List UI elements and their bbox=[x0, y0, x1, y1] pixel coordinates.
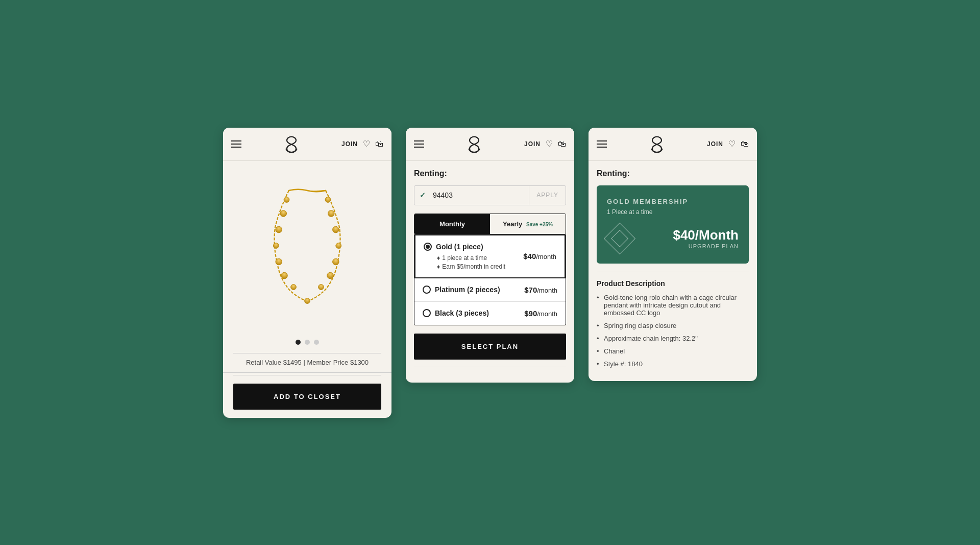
brand-logo[interactable] bbox=[282, 135, 301, 153]
cart-icon-2[interactable]: 🛍 bbox=[558, 139, 566, 149]
hamburger-icon-3[interactable] bbox=[597, 140, 607, 148]
nav-right-3: JOIN ♡ 🛍 bbox=[707, 139, 749, 149]
wishlist-icon-3[interactable]: ♡ bbox=[728, 139, 736, 149]
nav-2: JOIN ♡ 🛍 bbox=[406, 128, 574, 161]
membership-price: $40/Month bbox=[673, 227, 739, 243]
add-to-closet-button[interactable]: ADD TO CLOSET bbox=[233, 384, 381, 410]
plan-platinum-radio-row: Platinum (2 pieces) bbox=[423, 286, 500, 294]
necklace-illustration bbox=[261, 179, 353, 322]
renting-label-2: Renting: bbox=[414, 169, 566, 178]
membership-title: GOLD MEMBERSHIP bbox=[607, 198, 739, 205]
hamburger-icon-2[interactable] bbox=[414, 140, 424, 148]
plan-black-radio-row: Black (3 pieces) bbox=[423, 309, 489, 317]
product-desc-item-2: Spring ring clasp closure bbox=[597, 322, 749, 329]
diamond-bullet: ♦ bbox=[437, 254, 440, 262]
nav-center-3 bbox=[648, 135, 666, 153]
nav-right-2: JOIN ♡ 🛍 bbox=[524, 139, 566, 149]
product-description-list: Gold-tone long rolo chain with a cage ci… bbox=[597, 294, 749, 368]
join-link[interactable]: JOIN bbox=[341, 140, 358, 148]
plan-gold-price: $40/month bbox=[523, 252, 556, 260]
membership-card: GOLD MEMBERSHIP 1 Piece at a time $40/Mo… bbox=[597, 185, 749, 264]
brand-logo-2[interactable] bbox=[465, 135, 483, 153]
hamburger-icon[interactable] bbox=[231, 140, 241, 148]
plan-platinum-info: Platinum (2 pieces) bbox=[423, 286, 500, 294]
svg-point-3 bbox=[273, 243, 279, 248]
plan-platinum[interactable]: Platinum (2 pieces) $70/month bbox=[414, 278, 566, 302]
nav-center-1 bbox=[282, 135, 301, 153]
svg-point-8 bbox=[328, 210, 335, 217]
dot-2[interactable] bbox=[305, 340, 310, 345]
membership-subtitle: 1 Piece at a time bbox=[607, 208, 739, 216]
radio-black[interactable] bbox=[423, 309, 431, 317]
plan-gold[interactable]: Gold (1 piece) ♦ 1 piece at a time ♦ Ear… bbox=[414, 234, 566, 278]
cart-icon-3[interactable]: 🛍 bbox=[741, 139, 749, 149]
plan-black-info: Black (3 pieces) bbox=[423, 309, 489, 317]
phone1-body: Retail Value $1495 | Member Price $1300 … bbox=[223, 161, 391, 410]
svg-point-0 bbox=[284, 197, 289, 202]
svg-point-11 bbox=[333, 258, 339, 265]
phones-container: JOIN ♡ 🛍 bbox=[203, 107, 777, 438]
dot-1[interactable] bbox=[296, 340, 301, 345]
cart-icon[interactable]: 🛍 bbox=[375, 139, 383, 149]
svg-point-10 bbox=[336, 243, 341, 248]
plan-gold-features: ♦ 1 piece at a time ♦ Earn $5/month in c… bbox=[424, 253, 505, 270]
wishlist-icon[interactable]: ♡ bbox=[363, 139, 370, 149]
svg-point-7 bbox=[325, 197, 331, 202]
tab-yearly[interactable]: Yearly Save +25% bbox=[490, 214, 566, 234]
diamond-container bbox=[607, 226, 632, 251]
plan-gold-info: Gold (1 piece) ♦ 1 piece at a time ♦ Ear… bbox=[424, 243, 505, 270]
plan-gold-feature-2: ♦ Earn $5/month in credit bbox=[437, 263, 505, 270]
select-plan-button[interactable]: SELECT PLAN bbox=[414, 334, 566, 360]
nav-center-2 bbox=[465, 135, 483, 153]
nav-right-1: JOIN ♡ 🛍 bbox=[341, 139, 383, 149]
plan-gold-name: Gold (1 piece) bbox=[436, 243, 483, 251]
price-info: Retail Value $1495 | Member Price $1300 bbox=[223, 353, 391, 373]
nav-left-3 bbox=[597, 140, 607, 148]
plans-list: Gold (1 piece) ♦ 1 piece at a time ♦ Ear… bbox=[414, 234, 566, 325]
plan-black-name: Black (3 pieces) bbox=[435, 309, 489, 317]
membership-price-row: $40/Month UPGRADE PLAN bbox=[607, 226, 739, 251]
radio-gold[interactable] bbox=[424, 243, 432, 251]
diamond-bullet-2: ♦ bbox=[437, 263, 440, 270]
dot-3[interactable] bbox=[314, 340, 319, 345]
svg-point-4 bbox=[276, 258, 282, 265]
phone2-body: Renting: ✓ APPLY Monthly Yearly Save +25… bbox=[406, 161, 574, 383]
radio-platinum[interactable] bbox=[423, 286, 431, 294]
zip-check-icon: ✓ bbox=[414, 186, 431, 205]
necklace-image-area bbox=[223, 161, 391, 335]
phone-1: JOIN ♡ 🛍 bbox=[223, 128, 391, 418]
wishlist-icon-2[interactable]: ♡ bbox=[546, 139, 553, 149]
zip-row: ✓ APPLY bbox=[414, 185, 566, 205]
upgrade-plan-link[interactable]: UPGRADE PLAN bbox=[673, 243, 739, 249]
svg-point-5 bbox=[281, 272, 288, 279]
product-desc-item-1: Gold-tone long rolo chain with a cage ci… bbox=[597, 294, 749, 317]
zip-input[interactable] bbox=[431, 186, 529, 205]
svg-point-14 bbox=[305, 298, 310, 303]
product-description-title: Product Description bbox=[597, 279, 749, 288]
product-desc-item-3: Approximate chain length: 32.2" bbox=[597, 335, 749, 342]
phone-2: JOIN ♡ 🛍 Renting: ✓ APPLY Monthly Yearly… bbox=[406, 128, 574, 383]
nav-3: JOIN ♡ 🛍 bbox=[589, 128, 757, 161]
product-desc-item-5: Style #: 1840 bbox=[597, 360, 749, 368]
nav-1: JOIN ♡ 🛍 bbox=[223, 128, 391, 161]
plan-black[interactable]: Black (3 pieces) $90/month bbox=[414, 302, 566, 325]
brand-logo-3[interactable] bbox=[648, 135, 666, 153]
plan-platinum-name: Platinum (2 pieces) bbox=[435, 286, 500, 294]
renting-label-3: Renting: bbox=[597, 169, 749, 178]
plan-platinum-price: $70/month bbox=[524, 286, 557, 294]
price-upgrade: $40/Month UPGRADE PLAN bbox=[673, 227, 739, 249]
phone3-body: Renting: GOLD MEMBERSHIP 1 Piece at a ti… bbox=[589, 161, 757, 381]
plan-gold-radio-row: Gold (1 piece) bbox=[424, 243, 483, 251]
svg-point-9 bbox=[333, 226, 339, 233]
apply-button[interactable]: APPLY bbox=[529, 186, 566, 205]
product-desc-item-4: Chanel bbox=[597, 347, 749, 355]
tab-yearly-label: Yearly bbox=[503, 220, 522, 228]
phone-3: JOIN ♡ 🛍 Renting: GOLD MEMBERSHIP 1 Piec… bbox=[589, 128, 757, 381]
billing-tabs: Monthly Yearly Save +25% bbox=[414, 214, 566, 234]
tab-monthly[interactable]: Monthly bbox=[414, 214, 490, 234]
svg-point-6 bbox=[291, 284, 297, 290]
join-link-2[interactable]: JOIN bbox=[524, 140, 541, 148]
plan-gold-feature-1: ♦ 1 piece at a time bbox=[437, 254, 505, 262]
join-link-3[interactable]: JOIN bbox=[707, 140, 723, 148]
nav-left-1 bbox=[231, 140, 241, 148]
